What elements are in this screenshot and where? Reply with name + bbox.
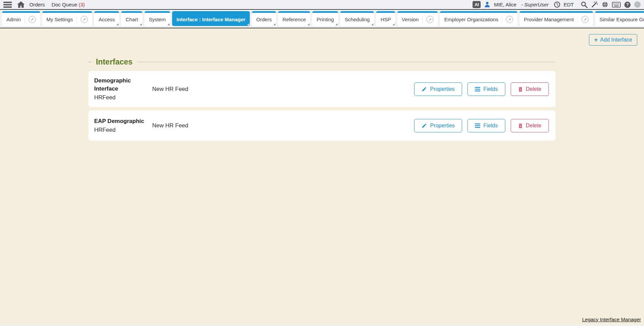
pencil-icon: [422, 86, 427, 92]
tab-corner-mark: [393, 23, 395, 25]
tab-employer-organizations[interactable]: Employer Organizations ↗: [440, 11, 517, 26]
interface-description: New HR Feed: [152, 122, 414, 129]
tab-corner-mark: [116, 23, 118, 25]
tab-similar-exposure-groups-segs[interactable]: Similar Exposure Groups (SEGs) ↗: [595, 11, 644, 26]
list-icon: [475, 87, 480, 92]
doc-queue-count-badge: (3): [79, 2, 85, 7]
svg-text:?: ?: [626, 2, 629, 7]
tab-corner-mark: [247, 23, 249, 25]
section-header: Interfaces: [88, 57, 556, 67]
tab-label: HSP: [380, 17, 391, 22]
fields-button-label: Fields: [483, 123, 498, 129]
tab-chart[interactable]: Chart: [121, 11, 142, 26]
timezone-label: EDT: [564, 2, 574, 7]
tab-corner-mark: [371, 23, 373, 25]
fields-button[interactable]: Fields: [467, 119, 505, 132]
list-icon: [475, 123, 480, 128]
tab-corner-mark: [336, 23, 338, 25]
user-role: - SuperUser: [521, 2, 548, 7]
interface-name: EAP Demographic: [94, 117, 152, 125]
plus-icon: +: [594, 36, 598, 44]
clock-icon[interactable]: [554, 1, 560, 8]
tab-scheduling[interactable]: Scheduling: [340, 11, 374, 26]
topnav-orders-link[interactable]: Orders: [29, 2, 45, 7]
properties-button-label: Properties: [430, 86, 455, 92]
interface-code: HRFeed: [94, 94, 152, 102]
tab-bar: Admin ↗ My Settings ↗ Access Chart Syste…: [0, 10, 644, 28]
tab-popout-icon[interactable]: ↗: [422, 16, 433, 23]
properties-button[interactable]: Properties: [414, 82, 462, 96]
tab-my-settings[interactable]: My Settings ↗: [42, 11, 92, 26]
tab-corner-mark: [273, 23, 275, 25]
delete-button[interactable]: Delete: [511, 119, 549, 132]
help-icon[interactable]: ?: [624, 1, 631, 8]
row-actions: Properties Fields Delete: [414, 119, 549, 132]
tab-popout-icon[interactable]: ↗: [578, 16, 589, 23]
topnav-doc-queue-link[interactable]: Doc Queue (3): [52, 2, 85, 7]
globe-icon[interactable]: [601, 1, 609, 8]
tab-popout-icon[interactable]: ↗: [502, 16, 513, 23]
tab-label: Provider Management: [524, 17, 574, 22]
tab-label: Interface : Interface Manager: [177, 17, 245, 22]
tab-version[interactable]: Version ↗: [397, 11, 438, 26]
tab-popout-icon[interactable]: ↗: [77, 16, 88, 23]
search-icon[interactable]: [581, 1, 588, 8]
add-interface-label: Add Interface: [600, 37, 632, 43]
home-icon[interactable]: [17, 1, 25, 8]
delete-button-label: Delete: [526, 123, 541, 129]
interface-code: HRFeed: [94, 126, 152, 134]
header-dash: [88, 62, 91, 62]
hamburger-icon[interactable]: [3, 2, 12, 8]
row-actions: Properties Fields Delete: [414, 82, 549, 96]
main-content: + Add Interface Interfaces Demographic I…: [0, 28, 644, 325]
wand-icon[interactable]: [591, 1, 598, 8]
tab-label: Similar Exposure Groups (SEGs): [599, 17, 644, 22]
tab-admin[interactable]: Admin ↗: [2, 11, 40, 26]
interface-row: Demographic Interface HRFeed New HR Feed…: [88, 71, 556, 107]
trash-icon: [518, 123, 523, 128]
user-name: MIE, Alice: [494, 2, 516, 7]
tab-label: Orders: [256, 17, 272, 22]
tab-label: Version: [402, 17, 419, 22]
legacy-interface-manager-link[interactable]: Legacy Interface Manager: [582, 317, 641, 322]
tab-label: Admin: [6, 17, 21, 22]
tab-label: Chart: [126, 17, 138, 22]
doc-queue-label: Doc Queue: [52, 2, 77, 7]
fields-button[interactable]: Fields: [467, 82, 505, 96]
user-icon: [484, 1, 490, 8]
tab-orders[interactable]: Orders: [252, 11, 276, 26]
tab-corner-mark: [307, 23, 310, 25]
tab-hsp[interactable]: HSP: [376, 11, 395, 26]
interface-name: Demographic Interface: [94, 77, 152, 93]
avatar[interactable]: [634, 1, 641, 8]
trash-icon: [518, 86, 523, 92]
tab-popout-icon[interactable]: ↗: [25, 16, 36, 23]
tab-label: Access: [99, 17, 115, 22]
page-title: Interfaces: [96, 57, 133, 67]
delete-button[interactable]: Delete: [511, 82, 549, 96]
tab-corner-mark: [140, 23, 142, 25]
top-bar: Orders Doc Queue (3) AI MIE, Alice - Sup…: [0, 0, 644, 10]
tab-printing[interactable]: Printing: [312, 11, 338, 26]
tab-label: My Settings: [47, 17, 73, 22]
tab-label: Printing: [317, 17, 334, 22]
delete-button-label: Delete: [526, 86, 541, 92]
tab-label: System: [149, 17, 166, 22]
tab-corner-mark: [167, 23, 169, 25]
tab-system[interactable]: System: [144, 11, 170, 26]
properties-button[interactable]: Properties: [414, 119, 462, 132]
ai-badge[interactable]: AI: [473, 1, 481, 8]
pencil-icon: [422, 123, 427, 128]
keyboard-icon[interactable]: [612, 2, 621, 8]
header-rule: [137, 62, 556, 62]
tab-label: Scheduling: [345, 17, 370, 22]
add-interface-button[interactable]: + Add Interface: [589, 34, 637, 46]
tab-reference[interactable]: Reference: [278, 11, 310, 26]
tab-provider-management[interactable]: Provider Management ↗: [519, 11, 593, 26]
interface-row: EAP Demographic HRFeed New HR Feed Prope…: [88, 110, 556, 141]
tab-access[interactable]: Access: [94, 11, 119, 26]
fields-button-label: Fields: [483, 86, 498, 92]
tab-label: Employer Organizations: [444, 17, 498, 22]
tab-interface-interface-manager[interactable]: Interface : Interface Manager: [172, 11, 250, 26]
properties-button-label: Properties: [430, 123, 455, 129]
